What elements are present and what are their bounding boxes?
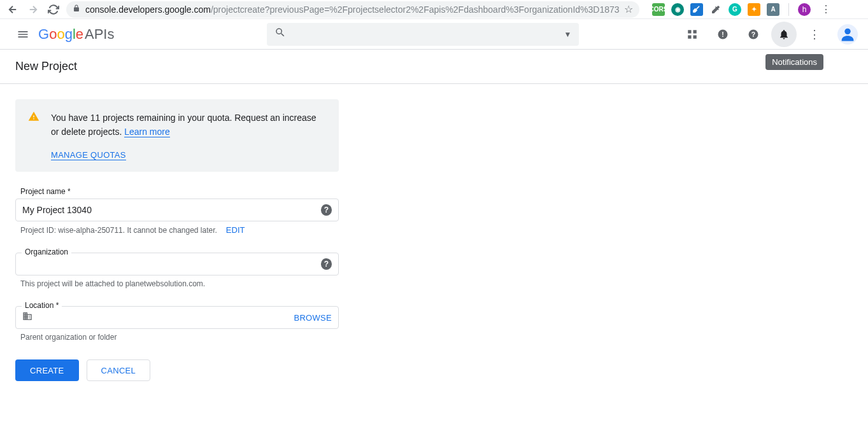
cancel-button[interactable]: CANCEL: [87, 359, 151, 381]
extension-icon[interactable]: ✦: [748, 3, 760, 16]
warning-icon: [28, 111, 39, 122]
divider: [788, 3, 789, 16]
notifications-icon[interactable]: [771, 22, 797, 47]
location-input[interactable]: [36, 312, 294, 323]
extension-colorpicker-icon[interactable]: [709, 3, 722, 16]
main-content: You have 11 projects remaining in your q…: [0, 84, 354, 396]
alert-text: You have 11 projects remaining in your q…: [51, 111, 326, 139]
hamburger-menu-button[interactable]: [10, 22, 36, 47]
svg-point-8: [844, 28, 850, 34]
location-group: Location * BROWSE Parent organization or…: [15, 306, 339, 342]
extension-eyedropper-icon[interactable]: [690, 3, 703, 16]
google-logo-text: Google: [38, 26, 83, 43]
location-label: Location *: [22, 301, 62, 310]
project-name-label: Project name *: [15, 187, 339, 196]
extension-icons: CORS ◉ G ✦ A h ⋮: [652, 3, 835, 16]
project-name-group: Project name * ? Project ID: wise-alpha-…: [15, 187, 339, 235]
google-apis-logo[interactable]: Google APIs: [38, 26, 114, 43]
organization-helper: This project will be attached to planetw…: [15, 279, 339, 288]
button-row: CREATE CANCEL: [15, 359, 339, 381]
learn-more-link[interactable]: Learn more: [124, 127, 170, 137]
quota-alert: You have 11 projects remaining in your q…: [15, 99, 339, 172]
search-area[interactable]: ▼: [267, 23, 579, 46]
manage-quotas-link[interactable]: MANAGE QUOTAS: [51, 150, 126, 160]
browser-chrome: console.developers.google.com/projectcre…: [0, 0, 868, 19]
forward-button[interactable]: [25, 2, 41, 17]
project-name-input-wrapper: ?: [15, 199, 339, 221]
url-text: console.developers.google.com/projectcre…: [85, 4, 619, 15]
svg-rect-1: [694, 30, 697, 33]
header-right: ! ? ⋮: [679, 22, 858, 47]
create-button[interactable]: CREATE: [15, 359, 79, 381]
alert-icon[interactable]: !: [710, 22, 736, 47]
browser-menu-icon[interactable]: ⋮: [817, 3, 835, 15]
extension-icon[interactable]: ◉: [671, 3, 684, 16]
bookmark-star-icon[interactable]: ☆: [624, 3, 633, 15]
svg-text:?: ?: [751, 30, 755, 38]
organization-group: Organization ? This project will be atta…: [15, 253, 339, 288]
svg-rect-0: [688, 30, 691, 33]
notifications-tooltip: Notifications: [765, 54, 823, 70]
browser-profile-avatar[interactable]: h: [798, 3, 811, 16]
location-helper: Parent organization or folder: [15, 333, 339, 342]
help-icon[interactable]: ?: [321, 258, 332, 270]
organization-label: Organization: [22, 247, 71, 256]
project-id-helper: Project ID: wise-alpha-250711. It cannot…: [15, 225, 339, 235]
edit-project-id-link[interactable]: EDIT: [226, 225, 245, 235]
help-icon[interactable]: ?: [741, 22, 766, 47]
more-menu-icon[interactable]: ⋮: [802, 22, 827, 47]
lock-icon: [73, 4, 80, 14]
svg-text:!: !: [722, 30, 724, 38]
gift-icon[interactable]: [679, 22, 705, 47]
extension-cors-icon[interactable]: CORS: [652, 3, 665, 16]
organization-input[interactable]: [22, 259, 321, 269]
project-name-input[interactable]: [22, 205, 321, 215]
browse-button[interactable]: BROWSE: [294, 313, 332, 323]
user-avatar[interactable]: [837, 24, 858, 45]
svg-rect-3: [694, 35, 697, 38]
apis-label: APIs: [85, 26, 114, 43]
location-input-wrapper: BROWSE: [15, 306, 339, 329]
help-icon[interactable]: ?: [321, 204, 332, 216]
org-icon: [22, 311, 32, 324]
page-title: New Project: [15, 60, 853, 73]
extension-grammarly-icon[interactable]: G: [729, 3, 741, 16]
reload-button[interactable]: [46, 2, 61, 17]
svg-rect-2: [688, 35, 691, 38]
back-button[interactable]: [5, 2, 20, 17]
search-icon: [274, 27, 286, 41]
extension-icon[interactable]: A: [767, 3, 779, 16]
page-title-row: New Project: [0, 50, 868, 84]
search-dropdown-icon[interactable]: ▼: [564, 30, 572, 39]
url-bar[interactable]: console.developers.google.com/projectcre…: [66, 1, 639, 18]
app-header: Google APIs ▼ ! ? ⋮ Notifications: [0, 19, 868, 50]
